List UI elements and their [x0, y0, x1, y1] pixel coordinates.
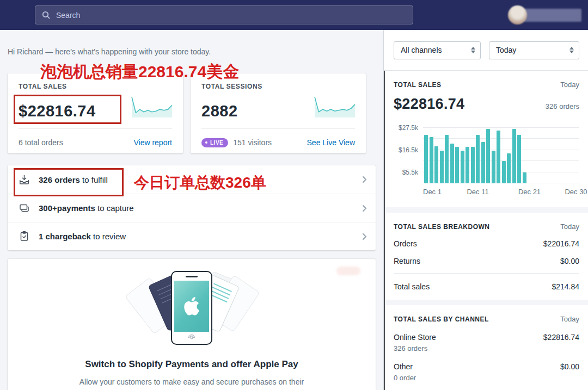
sidebar-total-sales-section: TOTAL SALES Today $22816.74 326 orders $…	[384, 71, 588, 207]
x-tick-label: Dec 1	[423, 188, 442, 196]
total-sales-label: TOTAL SALES	[19, 83, 172, 90]
total-sessions-label: TOTAL SESSIONS	[201, 83, 355, 90]
total-sessions-sparkline	[314, 94, 357, 119]
section-title: TOTAL SALES BY CHANNEL	[394, 315, 489, 323]
bar	[502, 161, 506, 183]
payments-to-capture-row[interactable]: 300+payments to capture	[8, 194, 376, 222]
breakdown-row-orders: Orders$22016.74	[394, 239, 579, 248]
bar	[455, 147, 459, 183]
x-tick-label: Dec 11	[467, 188, 488, 196]
section-period: Today	[560, 315, 579, 323]
channel-select[interactable]: All channels	[394, 41, 481, 59]
main-content: Hi Richard — here's what's happening wit…	[0, 30, 588, 390]
sales-by-channel-section: TOTAL SALES BY CHANNEL Today Online Stor…	[384, 305, 588, 390]
avatar[interactable]	[508, 5, 527, 24]
bar	[517, 135, 521, 183]
search-icon	[42, 11, 51, 20]
bar	[492, 151, 495, 183]
promo-title: Switch to Shopify Payments and offer App…	[8, 359, 376, 370]
total-sales-sparkline	[131, 94, 174, 119]
bar	[465, 147, 469, 183]
chevron-right-icon	[362, 176, 367, 183]
date-range-select[interactable]: Today	[489, 41, 579, 59]
section-period: Today	[560, 81, 579, 89]
channel-row-other: Other$0.00 0 order	[394, 362, 579, 382]
live-dot-icon	[205, 141, 207, 144]
search-input[interactable]	[56, 11, 406, 20]
chevron-right-icon	[362, 233, 367, 240]
x-tick-label: Dec 21	[518, 188, 541, 196]
bar	[512, 129, 516, 183]
bar	[486, 129, 490, 183]
y-tick-label: $27.5k	[399, 124, 418, 132]
x-axis-labels: Dec 1Dec 11Dec 21Dec 30	[423, 188, 579, 199]
chevron-right-icon	[362, 205, 367, 212]
breakdown-row-returns: Returns$0.00	[394, 257, 579, 265]
section-title: TOTAL SALES BREAKDOWN	[394, 223, 490, 231]
search-box[interactable]	[35, 5, 413, 24]
phone-screen	[174, 281, 209, 332]
bar	[476, 135, 480, 183]
section-title: TOTAL SALES	[394, 81, 442, 89]
total-orders-count: 6 total orders	[19, 138, 63, 147]
bar	[481, 142, 485, 183]
orders-to-fulfill-row[interactable]: 326 orders to fulfill	[8, 165, 376, 194]
divider	[201, 128, 355, 129]
user-menu[interactable]	[508, 5, 581, 24]
bar	[434, 146, 438, 183]
sales-bar-chart: $5.5k$16.5k$27.5k Dec 1Dec 11Dec 21Dec 3…	[394, 125, 579, 199]
section-gap	[384, 207, 588, 213]
tasks-card: 326 orders to fulfill 300+payments to ca…	[8, 165, 376, 250]
total-sales-card: TOTAL SALES $22816.74 6 total orders Vie…	[8, 73, 183, 153]
x-tick-label: Dec 30	[565, 188, 587, 196]
analytics-sidebar: All channels Today TOTAL SALES Today $22…	[383, 30, 588, 390]
section-gap	[384, 300, 588, 305]
channel-row-online-store: Online Store$22816.74 326 orders	[394, 333, 579, 352]
section-period: Today	[560, 222, 579, 231]
chargeback-review-icon	[19, 231, 30, 242]
y-tick-label: $5.5k	[402, 169, 418, 176]
pink-artifact	[336, 267, 360, 275]
apple-pay-illustration	[121, 270, 262, 346]
dashboard-column: Hi Richard — here's what's happening wit…	[0, 30, 383, 390]
divider	[19, 128, 172, 129]
topbar	[0, 0, 588, 30]
sales-breakdown-section: TOTAL SALES BREAKDOWN Today Orders$22016…	[384, 213, 588, 300]
gridline	[423, 127, 579, 128]
breakdown-row-total: Total sales$214.84	[394, 282, 579, 291]
apple-logo-icon	[182, 295, 201, 317]
y-axis-labels: $5.5k$16.5k$27.5k	[394, 125, 423, 183]
divider	[394, 273, 579, 274]
bar	[430, 137, 433, 183]
filters-row: All channels Today	[384, 30, 588, 71]
live-badge: LIVE	[201, 138, 228, 147]
sidebar-total-sales-value: $22816.74	[394, 96, 464, 113]
user-name-redacted	[523, 9, 581, 22]
task-label: 1 chargeback to review	[39, 232, 126, 241]
bars-group	[424, 129, 526, 183]
fingerprint-icon	[187, 333, 196, 342]
bar	[523, 172, 526, 184]
bar	[461, 151, 464, 183]
iphone-icon	[171, 271, 212, 345]
view-report-link[interactable]: View report	[133, 138, 172, 147]
promo-body: Allow your customers to make easy and se…	[72, 376, 311, 390]
chargeback-to-review-row[interactable]: 1 chargeback to review	[8, 222, 376, 250]
payments-capture-icon	[19, 202, 30, 214]
bar	[497, 131, 500, 183]
bar	[471, 147, 475, 183]
bar	[450, 144, 454, 183]
stat-cards-row: TOTAL SALES $22816.74 6 total orders Vie…	[8, 73, 376, 153]
y-tick-label: $16.5k	[399, 146, 418, 154]
see-live-view-link[interactable]: See Live View	[307, 138, 355, 147]
bar	[424, 135, 428, 183]
task-label: 300+payments to capture	[39, 203, 134, 213]
shopify-payments-promo-card: Switch to Shopify Payments and offer App…	[8, 259, 376, 390]
task-label: 326 orders to fulfill	[39, 175, 108, 184]
orders-fulfill-icon	[19, 174, 30, 185]
bar	[507, 153, 511, 183]
bar	[445, 135, 449, 183]
visitors-count: 151 visitors	[233, 138, 272, 147]
total-sessions-card: TOTAL SESSIONS 2882 LIVE 151 visitors Se…	[191, 73, 366, 153]
greeting-text: Hi Richard — here's what's happening wit…	[8, 47, 383, 56]
